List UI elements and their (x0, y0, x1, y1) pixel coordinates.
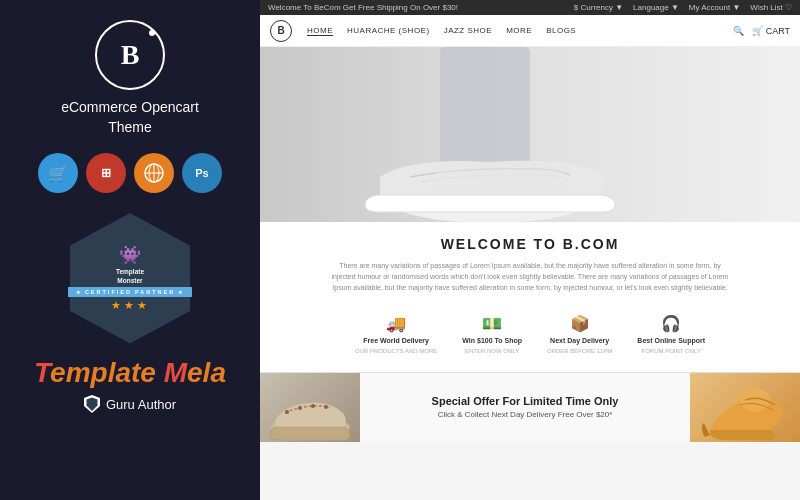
right-panel: Welcome To BeCom Get Free Shipping On Ov… (260, 0, 800, 500)
features-row: 🚚 Free World Delivery OUR PRODUCTS AND M… (280, 306, 780, 362)
feature-label: Win $100 To Shop (462, 337, 522, 344)
nav-link-blogs[interactable]: BLOGS (546, 26, 576, 36)
feature-sub: ORDER BEFORE 11PM (547, 348, 612, 354)
heel-shoe-svg (695, 375, 795, 440)
promo-title: Special Offer For Limited Time Only (365, 395, 685, 407)
nav-link-more[interactable]: MORE (506, 26, 532, 36)
theme-title: eCommerce Opencart Theme (61, 98, 199, 137)
badge-content: 👾 TemplateMonster CERTIFIED PaRTNER ★★★ (68, 244, 192, 312)
nav-logo: B (270, 20, 292, 42)
svg-rect-4 (440, 47, 530, 167)
search-icon[interactable]: 🔍 (733, 26, 744, 36)
badge-stars: ★★★ (111, 299, 150, 312)
feature-nextday: 📦 Next Day Delivery ORDER BEFORE 11PM (547, 314, 612, 354)
svg-rect-6 (435, 162, 565, 192)
feature-delivery: 🚚 Free World Delivery OUR PRODUCTS AND M… (355, 314, 437, 354)
promo-text: Special Offer For Limited Time Only Clic… (360, 390, 690, 424)
welcome-section: WELCOME TO B.COM There are many variatio… (260, 222, 800, 372)
shield-icon (84, 395, 100, 413)
promo-left-shoe-image (260, 372, 360, 442)
delivery-icon: 🚚 (386, 314, 406, 333)
feature-label: Next Day Delivery (550, 337, 609, 344)
template-monster-badge: 👾 TemplateMonster CERTIFIED PaRTNER ★★★ (70, 213, 190, 343)
svg-point-8 (285, 410, 289, 414)
logo-circle: B (95, 20, 165, 90)
nav-bar: B HOME HUARACHE (SHOE) JAZZ SHOE MORE BL… (260, 15, 800, 47)
currency-dropdown[interactable]: $ Currency ▼ (574, 3, 623, 12)
boat-shoe-svg (265, 375, 355, 440)
nextday-icon: 📦 (570, 314, 590, 333)
svg-point-10 (311, 404, 315, 408)
svg-point-11 (324, 405, 328, 409)
plugin-icons-row: 🛒 ⊞ Ps (38, 153, 222, 193)
welcome-title: WELCOME TO B.COM (280, 236, 780, 252)
hero-section (260, 47, 800, 222)
left-panel: B eCommerce Opencart Theme 🛒 ⊞ Ps 👾 Temp… (0, 0, 260, 500)
feature-label: Best Online Support (637, 337, 705, 344)
cart-icon: 🛒 (38, 153, 78, 193)
feature-sub: FORUM POINT ONLY (641, 348, 700, 354)
feature-sub: OUR PRODUCTS AND MORE (355, 348, 437, 354)
account-dropdown[interactable]: My Account ▼ (689, 3, 741, 12)
nav-link-jazz[interactable]: JAZZ SHOE (444, 26, 493, 36)
photoshop-icon: Ps (182, 153, 222, 193)
topbar-message: Welcome To BeCom Get Free Shipping On Ov… (268, 3, 458, 12)
responsive-icon: ⊞ (86, 153, 126, 193)
template-mela-logo: Template Mela (34, 357, 226, 389)
badge-brand: TemplateMonster (116, 268, 144, 285)
win-icon: 💵 (482, 314, 502, 333)
language-dropdown[interactable]: Language ▼ (633, 3, 679, 12)
wishlist-link[interactable]: Wish List ♡ (750, 3, 792, 12)
certified-partner-ribbon: CERTIFIED PaRTNER (68, 287, 192, 297)
hero-shoe-image (260, 47, 800, 222)
svg-point-9 (298, 406, 302, 410)
nav-link-huarache[interactable]: HUARACHE (SHOE) (347, 26, 430, 36)
logo-letter: B (121, 39, 140, 71)
nav-utility-icons: 🔍 🛒 CART (733, 26, 790, 36)
multilang-icon (134, 153, 174, 193)
cart-nav-icon[interactable]: 🛒 CART (752, 26, 790, 36)
feature-support: 🎧 Best Online Support FORUM POINT ONLY (637, 314, 705, 354)
feature-win: 💵 Win $100 To Shop ENTER NOW ONLY (462, 314, 522, 354)
support-icon: 🎧 (661, 314, 681, 333)
promo-banner[interactable]: Special Offer For Limited Time Only Clic… (260, 372, 800, 442)
promo-right-shoe-image (690, 372, 800, 442)
promo-subtitle: Click & Collect Next Day Delivery Free O… (365, 410, 685, 419)
top-bar: Welcome To BeCom Get Free Shipping On Ov… (260, 0, 800, 15)
feature-label: Free World Delivery (363, 337, 429, 344)
hexagon-badge: 👾 TemplateMonster CERTIFIED PaRTNER ★★★ (70, 213, 190, 343)
guru-author-label: Guru Author (84, 395, 176, 413)
nav-link-home[interactable]: HOME (307, 26, 333, 36)
logo-dot (149, 30, 155, 36)
topbar-right: $ Currency ▼ Language ▼ My Account ▼ Wis… (574, 3, 792, 12)
nav-links: HOME HUARACHE (SHOE) JAZZ SHOE MORE BLOG… (307, 26, 733, 36)
feature-sub: ENTER NOW ONLY (465, 348, 519, 354)
welcome-body: There are many variations of passages of… (330, 260, 730, 294)
